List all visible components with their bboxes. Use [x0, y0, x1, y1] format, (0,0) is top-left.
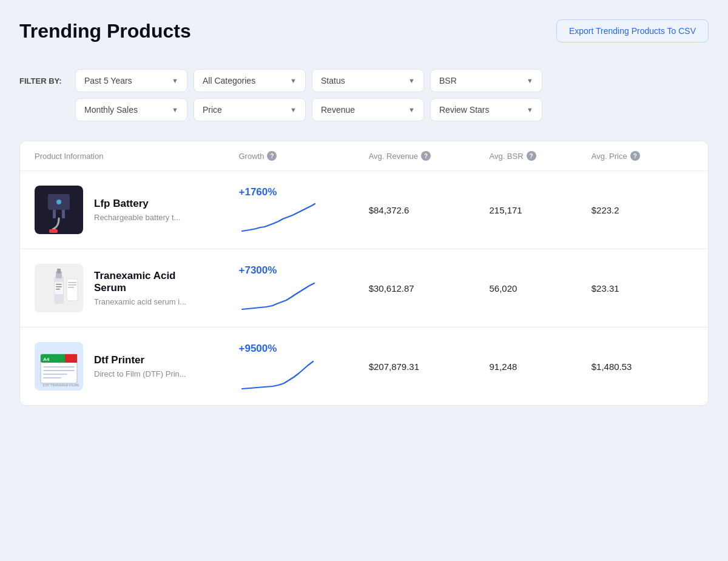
- svg-text:DTF TRANSFER FILMS: DTF TRANSFER FILMS: [43, 383, 79, 387]
- serum-image-svg: [35, 264, 83, 312]
- avg-price-help-icon: ?: [630, 151, 640, 161]
- svg-rect-24: [43, 366, 75, 368]
- product-desc: Direct to Film (DTF) Prin...: [94, 369, 186, 378]
- avg-bsr-dtf: 91,248: [489, 361, 591, 372]
- dropdown-status[interactable]: Status ▼: [312, 69, 424, 92]
- avg-revenue-serum: $30,612.87: [369, 283, 490, 294]
- export-button[interactable]: Export Trending Products To CSV: [556, 19, 709, 42]
- filter-dropdowns-row1: Past 5 Years ▼ All Categories ▼ Status ▼…: [75, 69, 709, 92]
- svg-rect-22: [71, 354, 77, 363]
- dropdown-time-label: Past 5 Years: [84, 76, 132, 86]
- table-row: A4 DTF TRANSFER FILMS Dtf Printer Direct…: [20, 328, 708, 405]
- svg-rect-11: [56, 284, 62, 285]
- dropdown-bsr[interactable]: BSR ▼: [430, 69, 542, 92]
- th-avg-price: Avg. Price ?: [592, 151, 693, 161]
- chevron-down-icon: ▼: [527, 77, 533, 84]
- product-name: Lfp Battery: [94, 198, 180, 210]
- avg-revenue-dtf: $207,879.31: [369, 361, 490, 372]
- svg-rect-4: [49, 229, 58, 233]
- filter-section: FILTER BY: Past 5 Years ▼ All Categories…: [19, 59, 709, 131]
- svg-rect-12: [56, 286, 62, 287]
- chevron-down-icon: ▼: [527, 106, 533, 113]
- chevron-down-icon: ▼: [290, 77, 297, 84]
- svg-rect-26: [43, 374, 67, 375]
- dropdown-review-stars-label: Review Stars: [439, 105, 489, 115]
- avg-price-dtf: $1,480.53: [592, 361, 693, 372]
- product-info-serum: Tranexamic AcidSerum Tranexamic acid ser…: [94, 270, 186, 306]
- sparkline-dtf: [239, 357, 318, 391]
- sparkline-serum: [239, 279, 318, 312]
- product-desc: Rechargeable battery t...: [94, 213, 180, 222]
- dtf-image-svg: A4 DTF TRANSFER FILMS: [35, 342, 83, 391]
- growth-pct: +1760%: [239, 186, 277, 198]
- th-growth: Growth ?: [239, 151, 369, 161]
- dropdown-status-label: Status: [321, 76, 345, 86]
- dropdown-categories[interactable]: All Categories ▼: [194, 69, 306, 92]
- product-cell-dtf: A4 DTF TRANSFER FILMS Dtf Printer Direct…: [35, 342, 239, 391]
- th-avg-bsr: Avg. BSR ?: [489, 151, 591, 161]
- avg-bsr-help-icon: ?: [527, 151, 536, 161]
- svg-rect-16: [68, 284, 76, 286]
- product-info-dtf: Dtf Printer Direct to Film (DTF) Prin...: [94, 354, 186, 378]
- product-desc: Tranexamic acid serum i...: [94, 297, 186, 306]
- page-header: Trending Products Export Trending Produc…: [19, 19, 709, 42]
- product-name: Tranexamic AcidSerum: [94, 270, 186, 294]
- svg-rect-25: [43, 370, 75, 371]
- dropdown-monthly-sales[interactable]: Monthly Sales ▼: [75, 98, 187, 121]
- page-title: Trending Products: [19, 20, 191, 42]
- svg-rect-27: [43, 377, 61, 378]
- dropdown-monthly-sales-label: Monthly Sales: [84, 105, 138, 115]
- avg-price-serum: $23.31: [592, 283, 693, 294]
- battery-image-svg: [35, 186, 83, 234]
- svg-rect-13: [56, 289, 60, 290]
- growth-help-icon: ?: [267, 151, 277, 161]
- product-cell-lfp-battery: Lfp Battery Rechargeable battery t...: [35, 186, 239, 234]
- svg-point-5: [56, 200, 61, 204]
- svg-rect-3: [62, 210, 65, 218]
- chevron-down-icon: ▼: [290, 106, 297, 113]
- avg-revenue-lfp-battery: $84,372.6: [369, 205, 490, 215]
- table-row: Lfp Battery Rechargeable battery t... +1…: [20, 171, 708, 249]
- table-row: Tranexamic AcidSerum Tranexamic acid ser…: [20, 249, 708, 328]
- svg-text:A4: A4: [43, 357, 50, 362]
- product-name: Dtf Printer: [94, 354, 186, 366]
- chevron-down-icon: ▼: [408, 106, 415, 113]
- dropdown-bsr-label: BSR: [439, 76, 457, 86]
- growth-pct: +9500%: [239, 343, 277, 355]
- product-image-serum: [35, 264, 83, 312]
- avg-bsr-lfp-battery: 215,171: [489, 205, 591, 215]
- product-info-lfp-battery: Lfp Battery Rechargeable battery t...: [94, 198, 180, 222]
- growth-pct: +7300%: [239, 264, 277, 277]
- table-header: Product Information Growth ? Avg. Revenu…: [20, 141, 708, 171]
- th-avg-revenue: Avg. Revenue ?: [369, 151, 490, 161]
- dropdown-revenue-label: Revenue: [321, 105, 355, 115]
- svg-rect-9: [57, 269, 61, 274]
- dropdown-review-stars[interactable]: Review Stars ▼: [430, 98, 542, 121]
- avg-revenue-help-icon: ?: [421, 151, 431, 161]
- filter-row-1: FILTER BY: Past 5 Years ▼ All Categories…: [19, 69, 709, 92]
- th-product: Product Information: [35, 151, 239, 161]
- avg-price-lfp-battery: $223.2: [592, 205, 693, 215]
- chevron-down-icon: ▼: [172, 106, 178, 113]
- dropdown-revenue[interactable]: Revenue ▼: [312, 98, 424, 121]
- filter-label: FILTER BY:: [19, 76, 68, 86]
- dropdown-price-label: Price: [203, 105, 222, 115]
- product-image-lfp-battery: [35, 186, 83, 234]
- growth-cell-serum: +7300%: [239, 264, 369, 312]
- products-table: Product Information Growth ? Avg. Revenu…: [19, 141, 709, 406]
- growth-cell-lfp-battery: +1760%: [239, 186, 369, 234]
- avg-bsr-serum: 56,020: [489, 283, 591, 294]
- sparkline-lfp-battery: [239, 201, 318, 234]
- filter-row-2: Monthly Sales ▼ Price ▼ Revenue ▼ Review…: [75, 98, 709, 121]
- chevron-down-icon: ▼: [172, 77, 178, 84]
- dropdown-time[interactable]: Past 5 Years ▼: [75, 69, 187, 92]
- chevron-down-icon: ▼: [408, 77, 415, 84]
- product-image-dtf: A4 DTF TRANSFER FILMS: [35, 342, 83, 391]
- growth-cell-dtf: +9500%: [239, 343, 369, 391]
- svg-rect-15: [68, 282, 76, 283]
- product-cell-serum: Tranexamic AcidSerum Tranexamic acid ser…: [35, 264, 239, 312]
- svg-rect-2: [53, 210, 56, 218]
- svg-rect-17: [68, 287, 74, 288]
- dropdown-price[interactable]: Price ▼: [194, 98, 306, 121]
- dropdown-categories-label: All Categories: [203, 76, 255, 86]
